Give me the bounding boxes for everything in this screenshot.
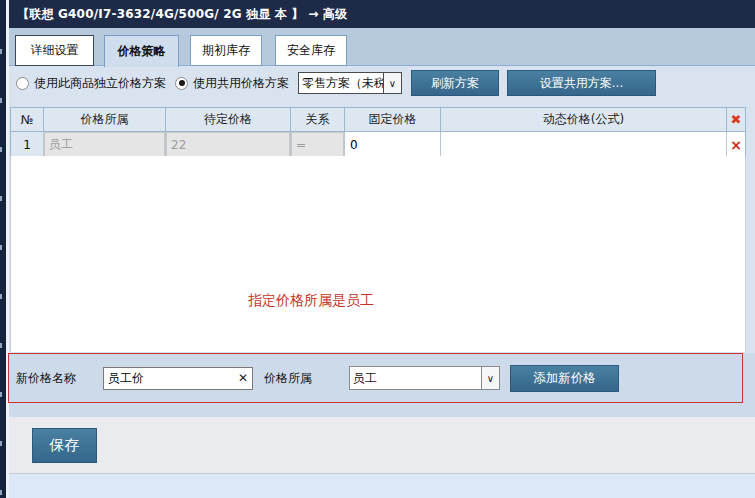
edge-tick xyxy=(0,49,2,54)
edge-tick xyxy=(0,98,2,103)
table-row: 1 员工 22 = 0 × xyxy=(11,131,745,157)
new-price-name-label: 新价格名称 xyxy=(16,370,103,387)
refresh-plan-button[interactable]: 刷新方案 xyxy=(411,70,499,96)
delete-all-header-cell[interactable]: ✖ xyxy=(727,108,745,131)
footer-gray-band xyxy=(9,417,755,474)
tab-safety-stock[interactable]: 安全库存 xyxy=(275,35,347,66)
pending-price-cell: 22 xyxy=(166,132,291,157)
clear-icon[interactable]: ✕ xyxy=(234,371,252,385)
edge-tick xyxy=(0,147,2,152)
plan-select[interactable]: 零售方案（未税） ∨ xyxy=(298,72,402,94)
delete-row-icon[interactable]: × xyxy=(730,138,742,152)
col-header-owner: 价格所属 xyxy=(44,108,166,131)
price-plan-row: 使用此商品独立价格方案 使用共用价格方案 零售方案（未税） ∨ 刷新方案 设置共… xyxy=(16,68,656,98)
chevron-down-icon[interactable]: ∨ xyxy=(481,367,499,389)
delete-all-icon[interactable]: ✖ xyxy=(731,112,742,127)
relation-cell: = xyxy=(291,132,345,157)
col-header-fixed-price: 固定价格 xyxy=(345,108,441,131)
col-header-no: № xyxy=(11,108,44,131)
price-table-empty-area xyxy=(10,156,746,352)
tab-label: 详细设置 xyxy=(31,42,79,59)
new-price-name-field[interactable]: ✕ xyxy=(103,367,253,390)
radio-shared-plan[interactable] xyxy=(175,77,188,90)
advanced-product-dialog: 【联想 G400/I7-3632/4G/500G/ 2G 独显 本 】 → 高级… xyxy=(0,0,755,498)
owner-cell: 员工 xyxy=(44,132,166,157)
radio-independent-label: 使用此商品独立价格方案 xyxy=(34,75,166,92)
save-button[interactable]: 保存 xyxy=(32,428,97,463)
price-owner-select[interactable]: 员工 ∨ xyxy=(349,366,500,390)
edge-tick xyxy=(0,245,2,250)
price-table-header: № 价格所属 待定价格 关系 固定价格 动态价格(公式) ✖ xyxy=(11,108,745,131)
new-price-form: 新价格名称 ✕ 价格所属 员工 ∨ 添加新价格 xyxy=(16,361,619,395)
dynamic-price-cell[interactable] xyxy=(441,132,727,157)
footer-blue-band xyxy=(9,474,755,498)
delete-row-cell[interactable]: × xyxy=(727,132,745,157)
col-header-pending-price: 待定价格 xyxy=(166,108,291,131)
tab-price-strategy[interactable]: 价格策略 xyxy=(104,35,179,67)
tab-label: 期初库存 xyxy=(202,42,250,59)
row-number-cell: 1 xyxy=(11,132,44,157)
edge-tick xyxy=(0,392,2,397)
chevron-down-icon[interactable]: ∨ xyxy=(383,73,401,93)
fixed-price-cell[interactable]: 0 xyxy=(345,132,441,157)
edge-tick xyxy=(0,490,2,495)
plan-select-value: 零售方案（未税） xyxy=(299,75,383,92)
tab-detail-settings[interactable]: 详细设置 xyxy=(15,35,94,66)
price-owner-value: 员工 xyxy=(350,370,481,387)
col-header-relation: 关系 xyxy=(291,108,345,131)
annotation-text: 指定价格所属是员工 xyxy=(248,292,374,310)
tab-label: 价格策略 xyxy=(118,43,166,60)
edge-tick xyxy=(0,343,2,348)
col-header-dynamic-price: 动态价格(公式) xyxy=(441,108,727,131)
price-owner-label: 价格所属 xyxy=(264,370,349,387)
price-table: № 价格所属 待定价格 关系 固定价格 动态价格(公式) ✖ 1 员工 22 =… xyxy=(10,107,746,158)
edge-tick xyxy=(0,294,2,299)
tab-label: 安全库存 xyxy=(287,42,335,59)
dialog-titlebar: 【联想 G400/I7-3632/4G/500G/ 2G 独显 本 】 → 高级 xyxy=(9,0,755,28)
radio-shared-label: 使用共用价格方案 xyxy=(193,75,289,92)
new-price-name-input[interactable] xyxy=(104,371,234,385)
tab-initial-inventory[interactable]: 期初库存 xyxy=(190,35,262,66)
add-new-price-button[interactable]: 添加新价格 xyxy=(510,365,619,392)
radio-independent-plan[interactable] xyxy=(16,77,29,90)
edge-tick xyxy=(0,441,2,446)
set-shared-plan-button[interactable]: 设置共用方案... xyxy=(507,70,656,96)
dialog-title: 【联想 G400/I7-3632/4G/500G/ 2G 独显 本 】 → 高级 xyxy=(17,6,347,23)
edge-tick xyxy=(0,196,2,201)
